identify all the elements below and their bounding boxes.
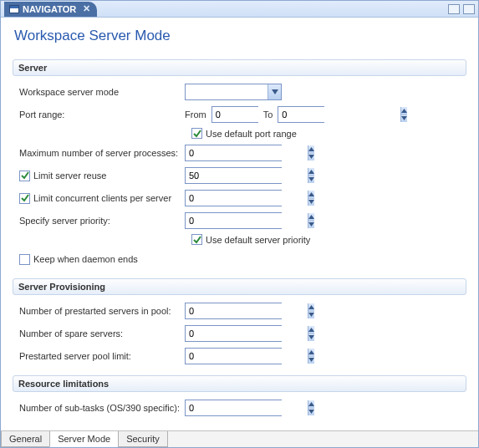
svg-marker-4 — [401, 116, 407, 120]
provisioning-section: Server Provisioning Number of prestarted… — [13, 278, 466, 365]
svg-marker-19 — [308, 402, 314, 406]
spare-servers-label: Number of spare servers: — [19, 328, 185, 339]
pool-limit-field[interactable] — [186, 349, 308, 364]
maximize-icon[interactable] — [463, 4, 475, 14]
port-from-input[interactable] — [211, 106, 258, 123]
close-tab-icon[interactable]: ✕ — [83, 3, 90, 14]
spare-servers-field[interactable] — [186, 326, 308, 341]
port-range-label: Port range: — [19, 109, 185, 120]
tab-general[interactable]: General — [1, 431, 50, 447]
svg-marker-10 — [308, 200, 314, 204]
max-procs-field[interactable] — [186, 145, 308, 160]
spinner-arrows[interactable] — [308, 326, 314, 341]
svg-marker-0 — [272, 89, 278, 94]
subtasks-row: Number of sub-tasks (OS/390 specific): — [19, 399, 466, 417]
server-priority-input[interactable] — [185, 212, 282, 229]
svg-marker-20 — [308, 410, 314, 414]
svg-marker-15 — [308, 328, 314, 332]
titlebar: NAVIGATOR ✕ — [1, 1, 478, 18]
port-to-input[interactable] — [278, 106, 324, 123]
keep-daemon-label: Keep when daemon ends — [33, 254, 138, 264]
limit-concurrent-checkbox[interactable] — [19, 193, 30, 204]
pool-limit-input[interactable] — [185, 348, 282, 364]
server-priority-field[interactable] — [186, 213, 308, 228]
keep-daemon-checkbox[interactable] — [19, 254, 30, 265]
keep-daemon-row: Keep when daemon ends — [19, 250, 466, 268]
svg-marker-7 — [308, 170, 314, 174]
spinner-arrows[interactable] — [308, 400, 314, 415]
svg-marker-5 — [308, 147, 314, 151]
spinner-arrows[interactable] — [308, 349, 314, 364]
port-to-field[interactable] — [278, 107, 400, 122]
default-port-label: Use default port range — [206, 129, 297, 139]
minimize-icon[interactable] — [448, 4, 460, 14]
subtasks-label: Number of sub-tasks (OS/390 specific): — [19, 403, 185, 413]
prestarted-pool-label: Number of prestarted servers in pool: — [19, 306, 185, 316]
max-procs-input[interactable] — [185, 145, 282, 161]
limit-reuse-checkbox[interactable] — [19, 171, 30, 181]
spinner-arrows[interactable] — [308, 191, 314, 206]
limit-reuse-field[interactable] — [186, 168, 308, 183]
default-port-row: Use default port range — [191, 128, 466, 139]
pool-limit-row: Prestarted server pool limit: — [19, 347, 466, 365]
resource-section: Resource limitations Number of sub-tasks… — [13, 375, 466, 417]
workspace-mode-row: Workspace server mode — [19, 83, 466, 101]
svg-marker-8 — [308, 177, 314, 181]
navigator-tab[interactable]: NAVIGATOR ✕ — [4, 2, 97, 17]
bottom-tabs: General Server Mode Security — [1, 430, 478, 447]
default-priority-checkbox[interactable] — [191, 234, 202, 245]
prestarted-pool-field[interactable] — [186, 303, 308, 318]
default-priority-label: Use default server priority — [206, 235, 310, 245]
svg-marker-11 — [308, 215, 314, 219]
prestarted-pool-row: Number of prestarted servers in pool: — [19, 302, 466, 320]
limit-concurrent-row: Limit concurrent clients per server — [19, 189, 466, 207]
limit-concurrent-field[interactable] — [186, 191, 308, 206]
svg-marker-16 — [308, 335, 314, 339]
content-area: Workspace Server Mode Server Workspace s… — [1, 18, 478, 430]
workspace-mode-select[interactable] — [185, 84, 282, 100]
default-priority-row: Use default server priority — [191, 234, 466, 245]
workspace-mode-label: Workspace server mode — [19, 87, 185, 97]
svg-marker-17 — [308, 350, 314, 354]
tab-label: NAVIGATOR — [23, 4, 76, 14]
window-icon — [9, 5, 19, 13]
server-section: Server Workspace server mode Port range:… — [13, 59, 466, 268]
spare-servers-row: Number of spare servers: — [19, 324, 466, 343]
port-to-label: To — [263, 109, 273, 120]
limit-reuse-row: Limit server reuse — [19, 166, 466, 185]
spinner-arrows[interactable] — [308, 303, 314, 318]
svg-marker-18 — [308, 358, 314, 362]
page-title: Workspace Server Mode — [14, 28, 466, 44]
spinner-arrows[interactable] — [308, 168, 314, 183]
window: NAVIGATOR ✕ Workspace Server Mode Server… — [0, 0, 479, 448]
max-procs-row: Maximum number of server processes: — [19, 144, 466, 162]
limit-reuse-label: Limit server reuse — [33, 171, 106, 181]
subtasks-input[interactable] — [185, 400, 282, 416]
tab-security[interactable]: Security — [118, 431, 168, 447]
max-procs-label: Maximum number of server processes: — [19, 148, 185, 158]
limit-reuse-input[interactable] — [185, 167, 282, 184]
titlebar-controls — [448, 4, 475, 14]
tab-group: NAVIGATOR ✕ — [4, 1, 97, 17]
svg-marker-3 — [401, 109, 407, 113]
provisioning-header: Server Provisioning — [13, 278, 466, 295]
resource-header: Resource limitations — [13, 375, 466, 392]
prestarted-pool-input[interactable] — [185, 303, 282, 319]
svg-marker-9 — [308, 192, 314, 196]
svg-marker-12 — [308, 222, 314, 227]
tab-server-mode[interactable]: Server Mode — [49, 431, 119, 447]
subtasks-field[interactable] — [186, 400, 308, 415]
port-from-label: From — [185, 109, 206, 120]
server-header: Server — [13, 59, 466, 76]
spare-servers-input[interactable] — [185, 325, 282, 342]
spinner-arrows[interactable] — [400, 107, 407, 122]
default-port-checkbox[interactable] — [191, 128, 202, 139]
spinner-arrows[interactable] — [308, 145, 314, 160]
svg-marker-6 — [308, 155, 314, 159]
pool-limit-label: Prestarted server pool limit: — [19, 351, 185, 361]
dropdown-arrow-icon — [268, 84, 281, 99]
server-priority-row: Specify server priority: — [19, 211, 466, 230]
spinner-arrows[interactable] — [308, 213, 314, 228]
limit-concurrent-input[interactable] — [185, 190, 282, 206]
server-priority-label: Specify server priority: — [19, 216, 185, 226]
